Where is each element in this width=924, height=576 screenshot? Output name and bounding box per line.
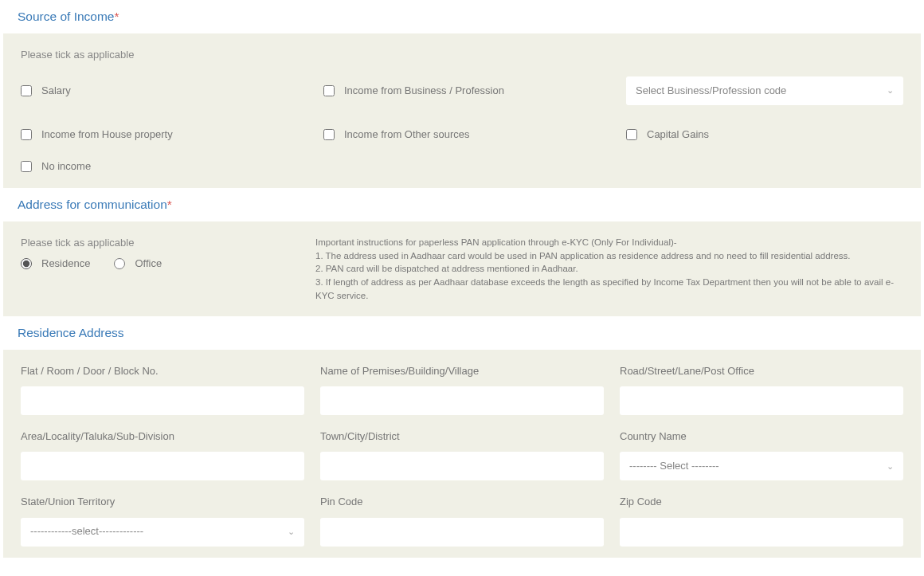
- label-road: Road/Street/Lane/Post Office: [620, 364, 903, 378]
- label-zip: Zip Code: [620, 495, 903, 509]
- select-country-value: -------- Select --------: [629, 459, 719, 473]
- address-comm-hint: Please tick as applicable: [21, 236, 292, 250]
- label-office: Office: [135, 257, 162, 271]
- required-asterisk: *: [114, 10, 119, 23]
- section-title-income: Source of Income: [18, 10, 114, 23]
- income-section-body: Please tick as applicable Salary Income …: [3, 33, 921, 189]
- section-header-income: Source of Income*: [0, 0, 924, 33]
- input-road[interactable]: [620, 386, 903, 415]
- section-header-residence: Residence Address: [0, 316, 924, 350]
- checkbox-business[interactable]: [323, 85, 335, 96]
- select-state[interactable]: ------------select------------- ⌄: [21, 518, 304, 547]
- radio-office[interactable]: [114, 258, 125, 269]
- label-town: Town/City/District: [320, 429, 604, 444]
- checkbox-salary[interactable]: [21, 85, 32, 96]
- required-asterisk: *: [167, 198, 172, 211]
- label-capital: Capital Gains: [647, 127, 709, 142]
- label-residence: Residence: [41, 257, 90, 271]
- label-other: Income from Other sources: [344, 127, 470, 142]
- instructions-title: Important instructions for paperless PAN…: [315, 236, 903, 249]
- instruction-3: 3. If length of address as per Aadhaar d…: [315, 276, 903, 302]
- input-premises[interactable]: [320, 386, 604, 415]
- select-country[interactable]: -------- Select -------- ⌄: [620, 452, 903, 480]
- label-state: State/Union Territory: [21, 495, 304, 509]
- address-comm-section-body: Please tick as applicable Residence Offi…: [3, 221, 921, 316]
- label-business: Income from Business / Profession: [344, 84, 504, 98]
- select-business-code-value: Select Business/Profession code: [636, 84, 786, 98]
- label-area: Area/Locality/Taluka/Sub-Division: [21, 429, 304, 444]
- label-house: Income from House property: [41, 127, 173, 142]
- label-salary: Salary: [41, 84, 71, 98]
- label-country: Country Name: [620, 429, 903, 444]
- radio-residence[interactable]: [21, 258, 32, 269]
- instruction-1: 1. The address used in Aadhaar card woul…: [315, 249, 903, 263]
- input-zip[interactable]: [620, 518, 903, 547]
- checkbox-house[interactable]: [21, 129, 32, 140]
- instruction-2: 2. PAN card will be dispatched at addres…: [315, 262, 903, 276]
- input-pin[interactable]: [320, 518, 604, 547]
- section-title-residence: Residence Address: [18, 326, 124, 339]
- chevron-down-icon: ⌄: [887, 460, 894, 472]
- input-area[interactable]: [21, 452, 304, 480]
- select-business-code[interactable]: Select Business/Profession code ⌄: [626, 76, 903, 105]
- checkbox-other[interactable]: [323, 129, 335, 140]
- label-no-income: No income: [41, 159, 91, 174]
- label-pin: Pin Code: [320, 495, 604, 509]
- chevron-down-icon: ⌄: [887, 84, 894, 96]
- label-flat: Flat / Room / Door / Block No.: [21, 364, 304, 378]
- section-title-address-comm: Address for communication: [18, 198, 167, 211]
- income-hint: Please tick as applicable: [21, 48, 903, 62]
- chevron-down-icon: ⌄: [288, 526, 295, 538]
- select-state-value: ------------select-------------: [30, 524, 143, 539]
- input-town[interactable]: [320, 452, 604, 480]
- label-premises: Name of Premises/Building/Village: [320, 364, 604, 378]
- input-flat[interactable]: [21, 386, 304, 415]
- checkbox-capital[interactable]: [626, 129, 637, 140]
- residence-section-body: Flat / Room / Door / Block No. Name of P…: [3, 350, 921, 558]
- section-header-address-comm: Address for communication*: [0, 188, 924, 221]
- checkbox-no-income[interactable]: [21, 161, 32, 172]
